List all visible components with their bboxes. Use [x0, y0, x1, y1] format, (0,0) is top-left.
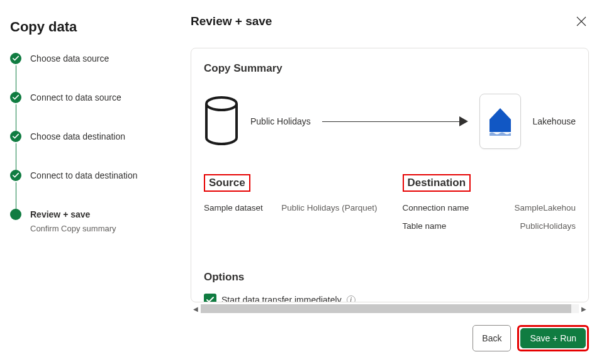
- current-step-icon: [10, 209, 21, 220]
- check-icon: [10, 92, 21, 103]
- step-label: Connect to data source: [30, 92, 121, 103]
- scroll-left-arrow-icon[interactable]: ◀: [191, 304, 201, 314]
- step-label: Review + save: [30, 209, 116, 220]
- detail-row: Sample dataset Public Holidays (Parquet): [204, 203, 378, 212]
- back-button[interactable]: Back: [473, 325, 511, 351]
- svg-point-0: [206, 97, 237, 110]
- lakehouse-icon: [479, 94, 521, 149]
- close-button[interactable]: [574, 14, 589, 29]
- start-transfer-checkbox[interactable]: [204, 294, 216, 302]
- arrow-icon: [322, 116, 469, 126]
- source-heading: Source: [204, 174, 250, 192]
- destination-details: Destination Connection name SampleLakeho…: [403, 174, 576, 240]
- database-icon: [204, 96, 239, 147]
- check-icon: [10, 53, 21, 64]
- step-connect-to-data-source[interactable]: Connect to data source: [10, 92, 160, 131]
- step-choose-data-source[interactable]: Choose data source: [10, 53, 160, 92]
- options-heading: Options: [204, 271, 576, 284]
- page-title: Review + save: [191, 14, 272, 28]
- destination-heading: Destination: [403, 174, 471, 192]
- step-review-save[interactable]: Review + save Confirm Copy summary: [10, 209, 160, 233]
- step-choose-data-destination[interactable]: Choose data destination: [10, 131, 160, 170]
- wizard-steps: Choose data source Connect to data sourc…: [6, 53, 160, 233]
- info-icon[interactable]: i: [347, 295, 355, 302]
- horizontal-scrollbar[interactable]: ◀ ▶: [191, 304, 589, 314]
- detail-key: Table name: [403, 221, 447, 231]
- destination-name-label: Lakehouse: [532, 116, 576, 126]
- source-name-label: Public Holidays: [250, 116, 311, 126]
- step-sublabel: Confirm Copy summary: [30, 224, 116, 233]
- detail-row: Table name PublicHolidays: [403, 221, 576, 231]
- copy-summary-card: Copy Summary Public Holidays: [191, 48, 589, 302]
- step-connect-to-data-destination[interactable]: Connect to data destination: [10, 170, 160, 209]
- step-label: Connect to data destination: [30, 170, 137, 181]
- check-icon: [10, 170, 21, 181]
- card-title: Copy Summary: [204, 62, 576, 75]
- detail-value: Public Holidays (Parquet): [281, 203, 377, 212]
- step-label: Choose data destination: [30, 131, 125, 142]
- summary-diagram: Public Holidays Lakehouse: [204, 94, 576, 149]
- start-transfer-label: Start data transfer immediately: [221, 295, 342, 302]
- step-label: Choose data source: [30, 53, 109, 64]
- source-details: Source Sample dataset Public Holidays (P…: [204, 174, 378, 240]
- check-icon: [10, 131, 21, 142]
- detail-key: Sample dataset: [204, 203, 263, 212]
- detail-value: PublicHolidays: [520, 221, 576, 231]
- detail-value: SampleLakehou: [514, 203, 576, 212]
- detail-key: Connection name: [403, 203, 469, 212]
- sidebar-title: Copy data: [10, 19, 160, 35]
- detail-row: Connection name SampleLakehou: [403, 203, 576, 212]
- save-run-button[interactable]: Save + Run: [520, 328, 586, 348]
- scroll-right-arrow-icon[interactable]: ▶: [579, 304, 589, 314]
